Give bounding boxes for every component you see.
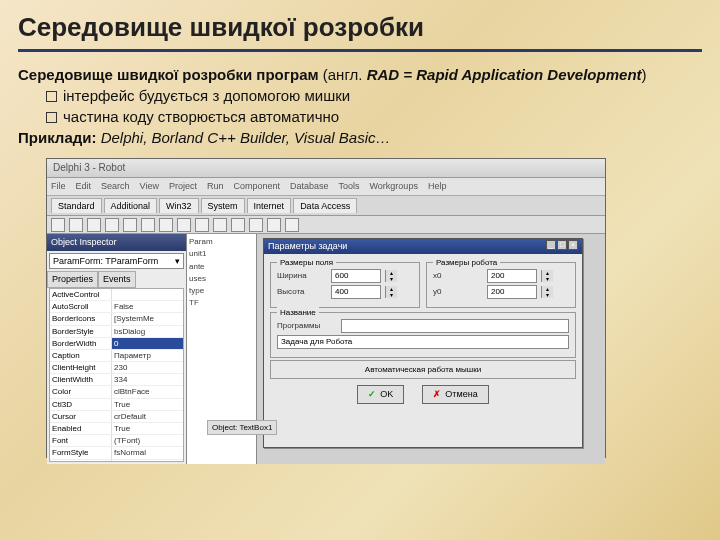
examples-label: Приклади: [18,129,101,146]
cancel-button[interactable]: ✗Отмена [422,385,488,404]
ide-menubar: File Edit Search View Project Run Compon… [47,178,605,196]
property-row[interactable]: Ctl3DTrue [50,399,183,411]
property-row[interactable]: AutoScrollFalse [50,301,183,313]
menu-item[interactable]: Help [428,180,447,193]
property-grid[interactable]: ActiveControlAutoScrollFalseBorderIcons[… [49,288,184,462]
field-label: Высота [277,286,327,297]
auto-label: Автоматическая работа мышки [365,365,481,374]
property-row[interactable]: ClientHeight230 [50,362,183,374]
property-row[interactable]: CursorcrDefault [50,411,183,423]
width-input[interactable]: 600 [331,269,381,283]
tab-properties[interactable]: Properties [47,271,98,288]
property-row[interactable]: BorderIcons[SystemMe [50,313,183,325]
palette-button[interactable] [51,218,65,232]
property-row[interactable]: ColorclBtnFace [50,386,183,398]
menu-item[interactable]: View [140,180,159,193]
property-row[interactable]: Font(TFont) [50,435,183,447]
palette-button[interactable] [123,218,137,232]
palette-button[interactable] [213,218,227,232]
object-inspector: Object Inspector ParamForm: TParamForm▾ … [47,234,187,464]
tree-item[interactable]: uses [189,273,254,285]
property-row[interactable]: CaptionПараметр [50,350,183,362]
tree-item[interactable]: unit1 [189,248,254,260]
bullet-1: інтерфейс будується з допомогою мишки [63,87,350,104]
property-row[interactable]: BorderStylebsDialog [50,326,183,338]
group-label: Название [277,307,319,318]
field-label: x0 [433,270,483,281]
menu-item[interactable]: Edit [76,180,92,193]
field-label: Ширина [277,270,327,281]
menu-item[interactable]: Component [233,180,280,193]
spinner[interactable]: ▴▾ [541,270,553,282]
program-input[interactable] [341,319,569,333]
intro-close: ) [642,66,647,83]
tab[interactable]: Data Access [293,198,357,214]
menu-item[interactable]: Project [169,180,197,193]
menu-item[interactable]: Tools [339,180,360,193]
palette-button[interactable] [105,218,119,232]
palette-button[interactable] [159,218,173,232]
tree-item[interactable]: Param [189,236,254,248]
menu-item[interactable]: Database [290,180,329,193]
design-form[interactable]: Параметры задачи _ □ × Размеры поля [263,238,583,448]
tab[interactable]: Win32 [159,198,199,214]
palette-button[interactable] [177,218,191,232]
check-icon: ✓ [368,388,376,401]
tree-item[interactable]: TF [189,297,254,309]
tree-item[interactable]: type [189,285,254,297]
menu-item[interactable]: Workgroups [370,180,418,193]
property-row[interactable]: BorderWidth0 [50,338,183,350]
tab-events[interactable]: Events [98,271,136,288]
palette-button[interactable] [141,218,155,232]
component-tabs: Standard Additional Win32 System Interne… [47,196,605,217]
inspector-combo[interactable]: ParamForm: TParamForm▾ [49,253,184,270]
tree-item[interactable]: ante [189,261,254,273]
status-text: Object: TextBox1 [207,420,277,435]
property-row[interactable]: EnabledTrue [50,423,183,435]
slide-title: Середовище швидкої розробки [18,12,702,52]
minimize-icon[interactable]: _ [546,240,556,250]
height-input[interactable]: 400 [331,285,381,299]
palette-button[interactable] [87,218,101,232]
tab[interactable]: Internet [247,198,292,214]
group-label: Размеры робота [433,257,500,268]
field-label: Программы [277,320,337,331]
tab[interactable]: Standard [51,198,102,214]
palette-button[interactable] [195,218,209,232]
menu-item[interactable]: Search [101,180,130,193]
examples-text: Delphi, Borland C++ Builder, Visual Basi… [101,129,391,146]
palette-button[interactable] [231,218,245,232]
taskname-input[interactable]: Задача для Робота [277,335,569,349]
bullet-2: частина коду створюється автоматично [63,108,339,125]
slide-body: Середовище швидкої розробки програм (анг… [18,64,702,458]
palette-button[interactable] [267,218,281,232]
y0-input[interactable]: 200 [487,285,537,299]
close-icon[interactable]: × [568,240,578,250]
palette-button[interactable] [69,218,83,232]
menu-item[interactable]: Run [207,180,224,193]
window-controls: _ □ × [546,240,578,253]
ok-button[interactable]: ✓OK [357,385,404,404]
group-label: Размеры поля [277,257,336,268]
property-row[interactable]: FormStylefsNormal [50,447,183,459]
property-row[interactable]: ClientWidth334 [50,374,183,386]
bullet-icon [46,112,57,123]
bullet-icon [46,91,57,102]
ide-screenshot: Delphi 3 - Robot File Edit Search View P… [46,158,606,458]
property-row[interactable]: ActiveControl [50,289,183,301]
palette-button[interactable] [249,218,263,232]
property-row[interactable]: Height336 [50,460,183,463]
spinner[interactable]: ▴▾ [385,270,397,282]
menu-item[interactable]: File [51,180,66,193]
form-designer[interactable]: Параметры задачи _ □ × Размеры поля [257,234,605,464]
maximize-icon[interactable]: □ [557,240,567,250]
component-toolbar [47,216,605,234]
tab[interactable]: System [201,198,245,214]
form-title: Параметры задачи [268,240,347,253]
palette-button[interactable] [285,218,299,232]
spinner[interactable]: ▴▾ [541,286,553,298]
tab[interactable]: Additional [104,198,158,214]
x0-input[interactable]: 200 [487,269,537,283]
spinner[interactable]: ▴▾ [385,286,397,298]
intro-abbr: RAD = Rapid Application Development [367,66,642,83]
